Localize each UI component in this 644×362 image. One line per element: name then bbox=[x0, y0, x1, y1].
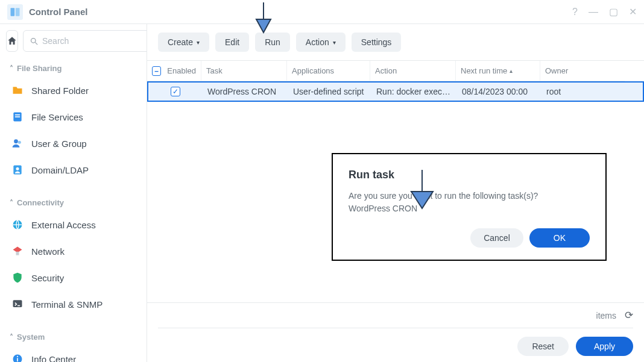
sort-asc-icon: ▴ bbox=[510, 67, 513, 74]
select-all-checkbox[interactable]: – bbox=[152, 66, 161, 76]
run-button[interactable]: Run bbox=[255, 33, 290, 52]
user-group-icon bbox=[11, 137, 24, 150]
col-applications[interactable]: Applications bbox=[287, 61, 370, 81]
network-icon bbox=[11, 245, 24, 258]
chevron-up-icon: ˄ bbox=[10, 333, 13, 342]
search-icon bbox=[30, 37, 39, 46]
sidebar-item-label: Network bbox=[31, 246, 65, 257]
close-icon[interactable]: ✕ bbox=[629, 7, 637, 17]
items-label: items bbox=[596, 311, 616, 320]
domain-ldap-icon bbox=[11, 163, 24, 176]
col-enabled[interactable]: Enabled bbox=[167, 66, 196, 75]
search-field[interactable] bbox=[23, 30, 147, 52]
shield-icon bbox=[11, 271, 24, 284]
caret-down-icon: ▾ bbox=[333, 39, 336, 46]
svg-point-16 bbox=[17, 356, 18, 357]
sidebar-item-label: Security bbox=[31, 273, 64, 283]
create-button[interactable]: Create▾ bbox=[158, 33, 209, 52]
svg-rect-0 bbox=[11, 8, 15, 16]
window-title: Control Panel bbox=[29, 7, 88, 17]
info-icon bbox=[11, 352, 24, 362]
task-table: –Enabled Task Applications Action Next r… bbox=[147, 60, 644, 102]
maximize-icon[interactable]: ▢ bbox=[609, 7, 618, 17]
col-task[interactable]: Task bbox=[201, 61, 287, 81]
file-services-icon bbox=[11, 110, 24, 123]
content: Create▾ Edit Run Action▾ Settings –Enabl… bbox=[147, 24, 644, 362]
help-icon[interactable]: ? bbox=[572, 7, 578, 17]
action-button[interactable]: Action▾ bbox=[296, 33, 346, 52]
col-next-run[interactable]: Next run time▴ bbox=[456, 61, 540, 81]
cancel-button[interactable]: Cancel bbox=[470, 228, 523, 248]
folder-icon bbox=[11, 84, 24, 97]
section-label: System bbox=[17, 332, 45, 342]
sidebar-item-network[interactable]: Network bbox=[6, 239, 140, 264]
app-icon bbox=[7, 4, 23, 20]
sidebar-item-label: Terminal & SNMP bbox=[31, 299, 103, 310]
chevron-up-icon: ˄ bbox=[10, 64, 13, 73]
apply-button[interactable]: Apply bbox=[576, 337, 633, 356]
sidebar-item-info-center[interactable]: Info Center bbox=[6, 346, 140, 362]
caret-down-icon: ▾ bbox=[197, 39, 200, 46]
section-label: File Sharing bbox=[17, 64, 62, 73]
row-checkbox[interactable]: ✓ bbox=[171, 87, 180, 96]
toolbar: Create▾ Edit Run Action▾ Settings bbox=[147, 24, 644, 60]
dialog-title: Run task bbox=[349, 169, 590, 181]
svg-point-7 bbox=[14, 139, 18, 143]
dialog-message: Are you sure you want to run the followi… bbox=[349, 190, 590, 202]
titlebar: Control Panel ? — ▢ ✕ bbox=[0, 0, 644, 24]
home-button[interactable] bbox=[6, 30, 18, 52]
sidebar-item-label: External Access bbox=[31, 220, 96, 230]
svg-point-8 bbox=[18, 141, 21, 144]
sidebar-item-terminal-snmp[interactable]: Terminal & SNMP bbox=[6, 292, 140, 317]
section-label: Connectivity bbox=[17, 198, 64, 207]
cell-action: Run: docker exec… bbox=[371, 87, 457, 96]
sidebar-item-user-group[interactable]: User & Group bbox=[6, 131, 140, 156]
minimize-icon[interactable]: — bbox=[589, 7, 598, 17]
reset-button[interactable]: Reset bbox=[517, 337, 569, 356]
section-system[interactable]: ˄ System bbox=[6, 326, 140, 345]
cell-task: WordPress CRON bbox=[203, 87, 288, 96]
section-connectivity[interactable]: ˄ Connectivity bbox=[6, 192, 140, 211]
ok-button[interactable]: OK bbox=[529, 228, 590, 248]
sidebar-item-label: File Services bbox=[31, 112, 83, 122]
sidebar-item-label: User & Group bbox=[31, 139, 87, 149]
sidebar-item-domain-ldap[interactable]: Domain/LDAP bbox=[6, 157, 140, 183]
svg-rect-1 bbox=[16, 8, 20, 16]
sidebar-item-external-access[interactable]: External Access bbox=[6, 212, 140, 237]
sidebar-item-label: Info Center bbox=[31, 354, 76, 363]
footer: items ⟳ Reset Apply bbox=[147, 302, 644, 362]
sidebar-item-security[interactable]: Security bbox=[6, 265, 140, 290]
sidebar-item-shared-folder[interactable]: Shared Folder bbox=[6, 78, 140, 103]
svg-rect-6 bbox=[15, 116, 20, 117]
dialog-task-name: WordPress CRON bbox=[349, 202, 590, 215]
sidebar-item-file-services[interactable]: File Services bbox=[6, 104, 140, 130]
run-task-dialog: Run task Are you sure you want to run th… bbox=[332, 153, 607, 261]
svg-rect-12 bbox=[16, 252, 19, 255]
svg-rect-5 bbox=[15, 114, 20, 116]
sidebar-item-label: Domain/LDAP bbox=[31, 165, 89, 175]
table-header: –Enabled Task Applications Action Next r… bbox=[147, 61, 644, 81]
col-action[interactable]: Action bbox=[370, 61, 456, 81]
svg-point-2 bbox=[31, 38, 36, 43]
svg-line-3 bbox=[35, 42, 37, 45]
refresh-icon[interactable]: ⟳ bbox=[625, 309, 633, 322]
chevron-up-icon: ˄ bbox=[10, 199, 13, 207]
sidebar-item-label: Shared Folder bbox=[31, 86, 89, 96]
edit-button[interactable]: Edit bbox=[215, 33, 249, 52]
sidebar: ˄ File Sharing Shared Folder File Servic… bbox=[0, 24, 147, 362]
home-icon bbox=[7, 36, 17, 46]
svg-rect-15 bbox=[17, 358, 18, 361]
section-file-sharing[interactable]: ˄ File Sharing bbox=[6, 58, 140, 76]
table-row[interactable]: ✓ WordPress CRON User-defined script Run… bbox=[147, 81, 644, 102]
svg-point-10 bbox=[16, 167, 19, 170]
search-input[interactable] bbox=[42, 36, 147, 46]
cell-next-run: 08/14/2023 00:00 bbox=[457, 87, 541, 96]
globe-icon bbox=[11, 218, 24, 231]
cell-applications: User-defined script bbox=[288, 87, 371, 96]
terminal-icon bbox=[11, 298, 24, 311]
col-owner[interactable]: Owner bbox=[540, 61, 625, 81]
settings-button[interactable]: Settings bbox=[352, 33, 402, 52]
cell-owner: root bbox=[541, 87, 626, 96]
